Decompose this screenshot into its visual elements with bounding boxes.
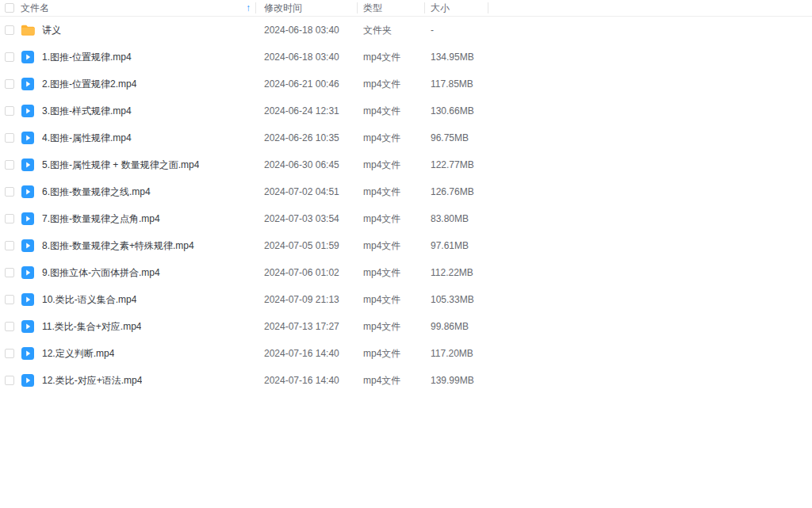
file-type: 文件夹 [357,24,424,37]
file-type: mp4文件 [357,51,424,64]
table-row[interactable]: 讲义 2024-06-18 03:40 文件夹 - [0,17,812,44]
row-checkbox[interactable] [5,160,14,170]
file-size: 139.99MB [424,375,488,386]
column-header-extra [488,0,812,16]
video-file-icon [21,346,35,361]
video-file-icon [21,292,35,307]
column-header-size[interactable]: 大小 [424,2,488,15]
modified-time: 2024-06-24 12:31 [255,105,357,116]
row-checkbox[interactable] [5,79,14,89]
file-name[interactable]: 8.图推-数量规律之素+特殊规律.mp4 [42,239,194,253]
file-type: mp4文件 [357,293,424,307]
file-name[interactable]: 4.图推-属性规律.mp4 [42,132,132,145]
file-type: mp4文件 [357,212,424,226]
select-all-checkbox[interactable] [5,3,14,13]
modified-time: 2024-07-16 14:40 [255,348,357,359]
folder-icon [21,23,35,37]
modified-time: 2024-07-13 17:27 [255,321,357,332]
file-type: mp4文件 [357,159,424,172]
file-name[interactable]: 1.图推-位置规律.mp4 [42,51,132,64]
file-name[interactable]: 6.图推-数量规律之线.mp4 [42,185,151,199]
file-name[interactable]: 5.图推-属性规律 + 数量规律之面.mp4 [42,159,199,172]
row-checkbox[interactable] [5,241,14,250]
video-file-icon [21,158,35,172]
modified-time: 2024-06-21 00:46 [255,78,357,90]
file-size: 126.76MB [424,186,488,197]
file-type: mp4文件 [357,347,424,361]
table-row[interactable]: 12.类比-对应+语法.mp4 2024-07-16 14:40 mp4文件 1… [0,367,812,394]
modified-time: 2024-07-02 04:51 [255,186,357,197]
video-file-icon [21,212,35,226]
table-row[interactable]: 3.图推-样式规律.mp4 2024-06-24 12:31 mp4文件 130… [0,97,812,124]
table-row[interactable]: 6.图推-数量规律之线.mp4 2024-07-02 04:51 mp4文件 1… [0,178,812,205]
file-name[interactable]: 2.图推-位置规律2.mp4 [42,78,136,91]
video-file-icon [21,131,35,145]
file-name[interactable]: 12.类比-对应+语法.mp4 [42,374,142,388]
file-size: 96.75MB [424,132,488,143]
file-name[interactable]: 10.类比-语义集合.mp4 [42,293,136,307]
column-header-type[interactable]: 类型 [357,2,424,15]
table-row[interactable]: 10.类比-语义集合.mp4 2024-07-09 21:13 mp4文件 10… [0,286,812,313]
video-file-icon [21,265,35,280]
table-row[interactable]: 1.图推-位置规律.mp4 2024-06-18 03:40 mp4文件 134… [0,44,812,71]
modified-time: 2024-07-16 14:40 [255,375,357,386]
file-size: - [424,25,488,36]
file-type: mp4文件 [357,132,424,145]
table-row[interactable]: 5.图推-属性规律 + 数量规律之面.mp4 2024-06-30 06:45 … [0,151,812,178]
file-size: 130.66MB [424,105,488,116]
row-checkbox[interactable] [5,133,14,143]
file-size: 83.80MB [424,213,488,224]
file-name[interactable]: 11.类比-集合+对应.mp4 [42,320,141,334]
file-type: mp4文件 [357,78,424,91]
row-checkbox[interactable] [5,322,14,331]
table-row[interactable]: 7.图推-数量规律之点角.mp4 2024-07-03 03:54 mp4文件 … [0,205,812,232]
modified-time: 2024-07-03 03:54 [255,213,357,224]
row-checkbox[interactable] [5,25,14,35]
column-header-filename[interactable]: 文件名 ↑ [21,2,255,15]
video-file-icon [21,50,35,64]
column-header-filename-label: 文件名 [21,2,49,15]
file-type: mp4文件 [357,266,424,280]
table-header: 文件名 ↑ 修改时间 类型 大小 [0,0,812,17]
table-row[interactable]: 11.类比-集合+对应.mp4 2024-07-13 17:27 mp4文件 9… [0,313,812,340]
modified-time: 2024-06-26 10:35 [255,132,357,143]
file-type: mp4文件 [357,320,424,334]
file-list: 讲义 2024-06-18 03:40 文件夹 - 1.图推-位置规律.mp4 … [0,17,812,394]
file-size: 97.61MB [424,240,488,251]
row-checkbox[interactable] [5,214,14,223]
file-name[interactable]: 7.图推-数量规律之点角.mp4 [42,212,160,226]
file-size: 122.77MB [424,159,488,170]
file-name[interactable]: 讲义 [42,24,61,37]
row-checkbox[interactable] [5,106,14,116]
row-checkbox[interactable] [5,187,14,197]
sort-ascending-icon[interactable]: ↑ [246,3,251,13]
row-checkbox[interactable] [5,349,14,358]
file-name[interactable]: 9.图推立体-六面体拼合.mp4 [42,266,160,280]
file-name[interactable]: 12.定义判断.mp4 [42,347,114,361]
file-type: mp4文件 [357,185,424,199]
modified-time: 2024-07-05 01:59 [255,240,357,251]
file-type: mp4文件 [357,374,424,388]
file-size: 117.20MB [424,348,488,359]
table-row[interactable]: 2.图推-位置规律2.mp4 2024-06-21 00:46 mp4文件 11… [0,71,812,97]
row-checkbox[interactable] [5,376,14,385]
table-row[interactable]: 12.定义判断.mp4 2024-07-16 14:40 mp4文件 117.2… [0,340,812,367]
modified-time: 2024-06-30 06:45 [255,159,357,170]
row-checkbox[interactable] [5,52,14,62]
modified-time: 2024-07-09 21:13 [255,294,357,305]
row-checkbox[interactable] [5,268,14,277]
file-size: 117.85MB [424,78,488,90]
column-header-mtime[interactable]: 修改时间 [255,2,357,15]
file-name[interactable]: 3.图推-样式规律.mp4 [42,105,132,118]
table-row[interactable]: 9.图推立体-六面体拼合.mp4 2024-07-06 01:02 mp4文件 … [0,259,812,286]
video-file-icon [21,185,35,199]
modified-time: 2024-06-18 03:40 [255,25,357,36]
table-row[interactable]: 4.图推-属性规律.mp4 2024-06-26 10:35 mp4文件 96.… [0,124,812,151]
video-file-icon [21,373,35,388]
table-row[interactable]: 8.图推-数量规律之素+特殊规律.mp4 2024-07-05 01:59 mp… [0,232,812,259]
file-size: 105.33MB [424,294,488,305]
modified-time: 2024-06-18 03:40 [255,52,357,63]
row-checkbox[interactable] [5,295,14,304]
file-type: mp4文件 [357,239,424,253]
video-file-icon [21,319,35,334]
